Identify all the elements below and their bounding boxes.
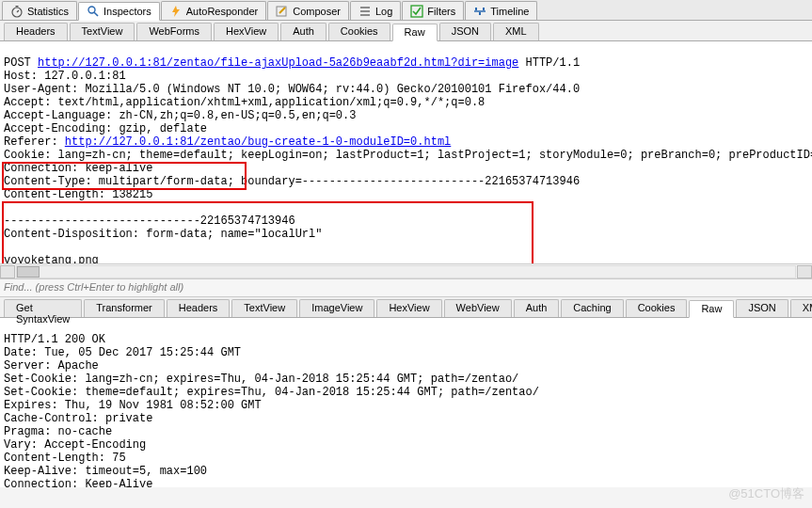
req-referer-label: Referer: <box>4 135 65 149</box>
subtab-xml[interactable]: XML <box>493 23 539 40</box>
check-icon <box>410 5 423 18</box>
tab-composer-label: Composer <box>293 6 341 17</box>
tab-statistics[interactable]: Statistics <box>2 1 77 20</box>
svg-rect-11 <box>411 6 422 17</box>
tab-timeline-label: Timeline <box>490 6 529 17</box>
resp-setcookie1: Set-Cookie: lang=zh-cn; expires=Thu, 04-… <box>4 373 518 386</box>
find-placeholder: Find... (press Ctrl+Enter to highlight a… <box>4 281 183 293</box>
resp-pragma: Pragma: no-cache <box>4 425 112 438</box>
subtab-webforms[interactable]: WebForms <box>136 23 212 40</box>
req-url[interactable]: http://127.0.0.1:81/zentao/file-ajaxUplo… <box>38 56 518 70</box>
svg-line-7 <box>279 8 285 13</box>
resp-date: Date: Tue, 05 Dec 2017 15:25:44 GMT <box>4 346 241 359</box>
list-icon <box>358 5 372 18</box>
req-referer-url[interactable]: http://127.0.0.1:81/zentao/bug-create-1-… <box>65 135 451 149</box>
resp-setcookie2: Set-Cookie: theme=default; expires=Thu, … <box>4 386 539 399</box>
resp-subtab-caching[interactable]: Caching <box>561 299 623 317</box>
tab-inspectors[interactable]: Inspectors <box>78 2 160 21</box>
req-ua: User-Agent: Mozilla/5.0 (Windows NT 10.0… <box>4 83 580 96</box>
req-acceptlang: Accept-Language: zh-CN,zh;q=0.8,en-US;q=… <box>4 109 356 122</box>
resp-connection: Connection: Keep-Alive <box>4 478 152 487</box>
req-cd1: Content-Disposition: form-data; name="lo… <box>4 228 322 241</box>
req-boundary-1: -----------------------------22165374713… <box>4 214 295 228</box>
tab-filters[interactable]: Filters <box>402 1 464 20</box>
subtab-raw[interactable]: Raw <box>392 24 438 41</box>
req-httpver: HTTP/1.1 <box>518 56 580 70</box>
req-accept: Accept: text/html,application/xhtml+xml,… <box>4 96 485 109</box>
resp-subtab-raw[interactable]: Raw <box>689 300 734 318</box>
req-ctype-a: Content-Type: multipart/form-data; <box>4 175 241 188</box>
tab-timeline[interactable]: Timeline <box>465 1 537 20</box>
resp-vary: Vary: Accept-Encoding <box>4 438 146 452</box>
pencil-icon <box>276 5 289 18</box>
tab-log[interactable]: Log <box>350 1 401 20</box>
resp-server: Server: Apache <box>4 359 99 373</box>
response-subtabs: Get SyntaxView Transformer Headers TextV… <box>0 297 812 318</box>
scroll-right-btn[interactable] <box>797 265 812 278</box>
resp-keepalive: Keep-Alive: timeout=5, max=100 <box>4 465 207 478</box>
tab-filters-label: Filters <box>427 6 455 17</box>
response-raw-view[interactable]: HTTP/1.1 200 OK Date: Tue, 05 Dec 2017 1… <box>0 318 812 487</box>
tab-autoresponder[interactable]: AutoResponder <box>161 1 266 20</box>
resp-subtab-json[interactable]: JSON <box>736 299 788 317</box>
req-cookie: Cookie: lang=zh-cn; theme=default; keepL… <box>4 149 812 162</box>
req-acceptenc: Accept-Encoding: gzip, deflate <box>4 122 207 135</box>
scroll-thumb[interactable] <box>17 266 40 278</box>
resp-clen: Content-Length: 75 <box>4 452 126 465</box>
svg-rect-14 <box>479 12 481 15</box>
scroll-left-btn[interactable] <box>0 265 15 278</box>
scroll-track[interactable] <box>16 265 796 278</box>
req-clen: Content-Length: 138215 <box>4 188 152 201</box>
subtab-json[interactable]: JSON <box>439 23 491 40</box>
subtab-cookies[interactable]: Cookies <box>328 23 390 40</box>
resp-subtab-webview[interactable]: WebView <box>444 299 512 317</box>
req-method: POST <box>4 56 38 70</box>
svg-rect-13 <box>475 8 477 10</box>
magnifier-icon <box>87 5 100 18</box>
tab-statistics-label: Statistics <box>27 6 69 17</box>
inspector-top-tabs: Statistics Inspectors AutoResponder Comp… <box>0 0 812 21</box>
resp-status: HTTP/1.1 200 OK <box>4 333 105 346</box>
req-host: Host: 127.0.0.1:81 <box>4 70 126 83</box>
subtab-hexview[interactable]: HexView <box>214 23 279 40</box>
stopwatch-icon <box>10 5 24 18</box>
tab-log-label: Log <box>375 6 392 17</box>
request-subtabs: Headers TextView WebForms HexView Auth C… <box>0 21 812 41</box>
svg-rect-15 <box>483 8 485 10</box>
svg-point-3 <box>88 7 95 13</box>
req-part1-value: yoyoketang.png <box>4 254 99 263</box>
subtab-auth[interactable]: Auth <box>280 23 326 40</box>
timeline-icon <box>473 5 486 18</box>
req-ctype-b: boundary=---------------------------2216… <box>241 175 580 188</box>
svg-marker-5 <box>172 6 180 17</box>
request-raw-view[interactable]: POST http://127.0.0.1:81/zentao/file-aja… <box>0 41 812 263</box>
subtab-headers[interactable]: Headers <box>4 23 68 40</box>
tab-composer[interactable]: Composer <box>267 1 349 20</box>
svg-rect-2 <box>16 6 19 8</box>
resp-subtab-imageview[interactable]: ImageView <box>299 299 374 317</box>
subtab-textview[interactable]: TextView <box>70 23 135 40</box>
svg-line-1 <box>17 10 19 12</box>
request-scrollbar-x[interactable] <box>0 263 812 278</box>
resp-subtab-getsyntax[interactable]: Get SyntaxView <box>4 299 82 317</box>
svg-line-4 <box>94 12 98 16</box>
watermark: @51CTO博客 <box>728 485 804 502</box>
resp-subtab-xml[interactable]: XML <box>790 299 812 317</box>
resp-subtab-textview[interactable]: TextView <box>231 299 297 317</box>
resp-subtab-transformer[interactable]: Transformer <box>84 299 165 317</box>
resp-subtab-auth[interactable]: Auth <box>514 299 560 317</box>
find-bar[interactable]: Find... (press Ctrl+Enter to highlight a… <box>0 278 812 297</box>
resp-subtab-headers[interactable]: Headers <box>167 299 231 317</box>
resp-expires: Expires: Thu, 19 Nov 1981 08:52:00 GMT <box>4 399 262 412</box>
lightning-icon <box>169 5 183 18</box>
resp-cachectrl: Cache-Control: private <box>4 412 152 425</box>
resp-subtab-hexview[interactable]: HexView <box>376 299 441 317</box>
req-connection: Connection: keep-alive <box>4 162 152 175</box>
tab-inspectors-label: Inspectors <box>103 6 151 17</box>
resp-subtab-cookies[interactable]: Cookies <box>626 299 688 317</box>
tab-autoresponder-label: AutoResponder <box>186 6 258 17</box>
